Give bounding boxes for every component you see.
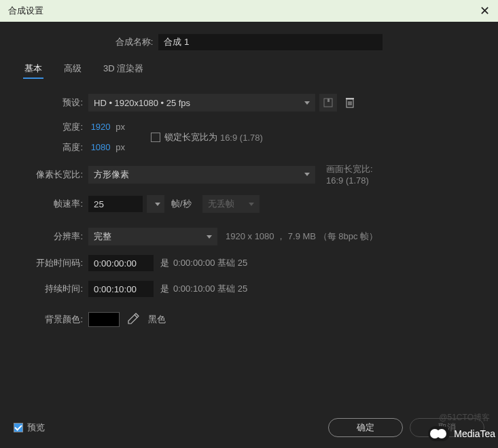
svg-rect-1 — [327, 99, 330, 102]
duration-input[interactable] — [88, 281, 154, 297]
chevron-down-icon — [304, 173, 310, 176]
pixel-aspect-dropdown[interactable]: 方形像素 — [88, 166, 315, 184]
close-icon[interactable]: ✕ — [480, 3, 490, 18]
dropframe-dropdown: 无丢帧 — [202, 195, 260, 213]
preset-value: HD • 1920x1080 • 25 fps — [94, 98, 300, 108]
start-tc-is: 是 — [160, 257, 169, 269]
duration-label: 持续时间: — [20, 283, 88, 295]
start-tc-input[interactable] — [88, 255, 154, 271]
lock-aspect-checkbox[interactable] — [151, 133, 160, 142]
bgcolor-swatch[interactable] — [88, 312, 120, 327]
preview-checkbox[interactable] — [14, 423, 23, 432]
start-tc-label: 开始时间码: — [20, 257, 88, 269]
tab-renderer[interactable]: 3D 渲染器 — [102, 60, 145, 79]
lock-aspect-ratio: 16:9 (1.78) — [220, 133, 263, 143]
tab-basic[interactable]: 基本 — [23, 60, 43, 79]
lock-aspect-label: 锁定长宽比为 — [164, 131, 217, 143]
framerate-input[interactable] — [88, 196, 143, 212]
duration-is: 是 — [160, 283, 169, 295]
dialog-footer: 预览 确定 取消 — [0, 407, 498, 448]
dialog-title: 合成设置 — [8, 5, 43, 17]
bgcolor-name: 黑色 — [148, 313, 166, 326]
ok-button[interactable]: 确定 — [328, 418, 403, 437]
start-tc-base: 0:00:00:00 基础 25 — [173, 257, 247, 269]
height-unit: px — [115, 142, 125, 152]
chevron-down-icon — [249, 203, 254, 206]
width-label: 宽度: — [53, 121, 88, 133]
duration-base: 0:00:10:00 基础 25 — [173, 283, 247, 295]
framerate-unit: 帧/秒 — [171, 198, 192, 210]
framerate-label: 帧速率: — [20, 198, 88, 210]
tab-advanced[interactable]: 高级 — [63, 60, 83, 79]
comp-name-input[interactable] — [158, 34, 383, 50]
framerate-dropdown[interactable] — [147, 195, 164, 213]
resolution-label: 分辨率: — [20, 230, 88, 243]
resolution-dropdown[interactable]: 完整 — [88, 228, 217, 245]
preset-dropdown[interactable]: HD • 1920x1080 • 25 fps — [88, 94, 315, 111]
preset-label: 预设: — [53, 97, 88, 109]
frame-aspect-block: 画面长宽比: 16:9 (1.78) — [326, 163, 373, 186]
resolution-value: 完整 — [94, 230, 202, 243]
comp-name-label: 合成名称: — [115, 36, 159, 48]
pixel-aspect-label: 像素长宽比: — [20, 169, 88, 181]
dropframe-value: 无丢帧 — [208, 198, 245, 210]
chevron-down-icon — [304, 101, 310, 105]
trash-icon[interactable] — [341, 94, 359, 111]
pixel-aspect-value: 方形像素 — [94, 169, 300, 181]
preview-label: 预览 — [27, 421, 45, 434]
height-label: 高度: — [53, 141, 88, 154]
width-value[interactable]: 1920 — [91, 122, 111, 132]
save-preset-icon[interactable] — [319, 94, 337, 111]
tabs: 基本 高级 3D 渲染器 — [23, 60, 478, 88]
width-unit: px — [115, 122, 125, 132]
chevron-down-icon — [207, 235, 212, 239]
svg-rect-6 — [346, 98, 354, 99]
eyedropper-icon[interactable] — [126, 312, 141, 327]
resolution-info: 1920 x 1080 ， 7.9 MB （每 8bpc 帧） — [226, 230, 378, 243]
chevron-down-icon — [155, 203, 160, 206]
cancel-button[interactable]: 取消 — [410, 418, 484, 437]
bgcolor-label: 背景颜色: — [20, 313, 88, 326]
frame-aspect-label: 画面长宽比: — [326, 163, 373, 175]
dialog-content: 合成名称: 基本 高级 3D 渲染器 预设: HD • 1920x1080 • … — [0, 22, 498, 327]
frame-aspect-value: 16:9 (1.78) — [326, 175, 373, 186]
titlebar: 合成设置 ✕ — [0, 0, 498, 22]
height-value[interactable]: 1080 — [91, 142, 111, 152]
